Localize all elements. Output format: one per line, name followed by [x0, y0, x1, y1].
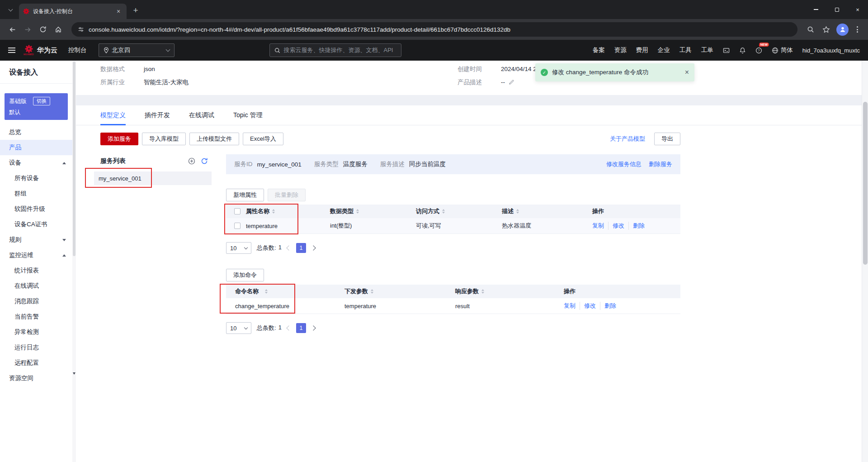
- sidebar-item-all-devices[interactable]: 所有设备: [0, 171, 72, 186]
- modify-service-link[interactable]: 修改服务信息: [606, 160, 642, 168]
- modify-command-link[interactable]: 修改: [580, 302, 596, 310]
- sidebar-item-reports[interactable]: 统计报表: [0, 263, 72, 278]
- tab-topic-management[interactable]: Topic 管理: [233, 105, 263, 125]
- sidebar-group-rules[interactable]: 规则: [0, 232, 72, 248]
- page-number[interactable]: 1: [296, 323, 306, 333]
- page-number[interactable]: 1: [296, 243, 306, 253]
- tab-search-button[interactable]: [5, 4, 16, 16]
- tab-model-definition[interactable]: 模型定义: [100, 105, 126, 125]
- menu-item-tools[interactable]: 工具: [679, 46, 692, 54]
- close-tab-icon[interactable]: ×: [114, 7, 123, 15]
- maximize-button[interactable]: [826, 0, 847, 19]
- copy-property-link[interactable]: 复制: [592, 222, 604, 230]
- address-bar[interactable]: console.huaweicloud.com/iotdm/?region=cn…: [71, 22, 797, 37]
- refresh-button[interactable]: [36, 23, 50, 36]
- tab-plugin-development[interactable]: 插件开发: [145, 105, 170, 125]
- bookmark-star-icon[interactable]: [819, 23, 833, 36]
- browser-menu-icon[interactable]: [852, 26, 863, 33]
- menu-item-enterprise[interactable]: 企业: [658, 46, 670, 54]
- upload-model-file-button[interactable]: 上传模型文件: [189, 133, 239, 145]
- language-switcher[interactable]: 简体: [772, 46, 793, 54]
- delete-command-link[interactable]: 删除: [600, 302, 616, 310]
- copy-command-link[interactable]: 复制: [564, 302, 576, 310]
- switch-edition-button[interactable]: 切换: [33, 97, 50, 105]
- sidebar-item-firmware-upgrade[interactable]: 软固件升级: [0, 201, 72, 217]
- sort-icon[interactable]: [272, 209, 275, 214]
- console-link[interactable]: 控制台: [68, 46, 87, 54]
- sidebar-item-message-trace[interactable]: 消息跟踪: [0, 294, 72, 309]
- sidebar-item-remote-config[interactable]: 远程配置: [0, 355, 72, 371]
- huawei-cloud-logo[interactable]: HUAWEI 华为云: [24, 45, 57, 56]
- import-library-model-button[interactable]: 导入库模型: [142, 133, 186, 145]
- add-service-button[interactable]: 添加服务: [100, 133, 138, 145]
- prev-page-icon[interactable]: [286, 245, 291, 250]
- menu-item-billing[interactable]: 费用: [636, 46, 648, 54]
- zoom-icon[interactable]: [804, 23, 817, 36]
- menu-item-beian[interactable]: 备案: [593, 46, 605, 54]
- modify-property-link[interactable]: 修改: [608, 222, 624, 230]
- home-button[interactable]: [52, 23, 65, 36]
- row-checkbox[interactable]: [234, 223, 241, 229]
- sidebar-item-device-ca[interactable]: 设备CA证书: [0, 217, 72, 232]
- service-list-item[interactable]: my_service_001: [94, 171, 212, 185]
- scroll-down-button[interactable]: [72, 370, 76, 376]
- close-toast-icon[interactable]: ×: [685, 68, 689, 76]
- select-all-checkbox[interactable]: [234, 208, 241, 214]
- profile-avatar[interactable]: [836, 24, 849, 36]
- tab-online-debug[interactable]: 在线调试: [189, 105, 214, 125]
- sort-icon[interactable]: [442, 209, 445, 214]
- cloud-search-box[interactable]: 搜索云服务、快捷操作、资源、文档、API: [269, 43, 401, 57]
- url-text[interactable]: console.huaweicloud.com/iotdm/?region=cn…: [89, 26, 510, 33]
- bell-icon[interactable]: [739, 47, 746, 54]
- next-page-icon[interactable]: [311, 325, 316, 330]
- prev-page-icon[interactable]: [286, 325, 291, 330]
- about-product-model-link[interactable]: 关于产品模型: [610, 135, 645, 143]
- delete-service-link[interactable]: 删除服务: [649, 160, 672, 168]
- sidebar-item-resource-space[interactable]: 资源空间: [0, 371, 72, 386]
- close-window-button[interactable]: ×: [847, 0, 868, 19]
- excel-import-button[interactable]: Excel导入: [243, 133, 283, 145]
- sort-icon[interactable]: [481, 289, 484, 294]
- page-size-select[interactable]: 10: [226, 322, 251, 334]
- sidebar-group-devices[interactable]: 设备: [0, 155, 72, 171]
- hamburger-menu-icon[interactable]: [8, 48, 15, 53]
- next-page-icon[interactable]: [311, 245, 316, 250]
- help-icon[interactable]: ? NEW: [755, 47, 762, 54]
- menu-item-tickets[interactable]: 工单: [701, 46, 713, 54]
- delete-property-link[interactable]: 删除: [628, 222, 645, 230]
- sidebar-item-anomaly-detection[interactable]: 异常检测: [0, 324, 72, 340]
- region-selector[interactable]: 北京四: [99, 43, 175, 57]
- new-tab-button[interactable]: +: [129, 4, 142, 17]
- sidebar-scrollbar[interactable]: [72, 61, 76, 462]
- back-button[interactable]: [5, 23, 19, 36]
- export-button[interactable]: 导出: [654, 133, 680, 145]
- site-settings-icon[interactable]: [78, 26, 84, 33]
- sort-icon[interactable]: [356, 209, 359, 214]
- scrollbar-thumb[interactable]: [863, 102, 868, 265]
- account-name[interactable]: hid_7oa3uuxfq_muxtc: [802, 47, 860, 54]
- forward-button[interactable]: [21, 23, 34, 36]
- sidebar-item-groups[interactable]: 群组: [0, 186, 72, 201]
- menu-item-resources[interactable]: 资源: [614, 46, 627, 54]
- sidebar-item-run-logs[interactable]: 运行日志: [0, 340, 72, 355]
- sort-icon[interactable]: [265, 289, 268, 294]
- scrollbar-thumb[interactable]: [73, 62, 75, 256]
- sidebar-item-products[interactable]: 产品: [0, 140, 72, 155]
- page-size-select[interactable]: 10: [226, 242, 251, 254]
- browser-tab[interactable]: 设备接入-控制台 ×: [19, 4, 127, 19]
- cloud-shell-icon[interactable]: [723, 47, 730, 54]
- sidebar-item-overview[interactable]: 总览: [0, 124, 72, 140]
- add-property-button[interactable]: 新增属性: [226, 189, 264, 201]
- sidebar-item-online-debug[interactable]: 在线调试: [0, 278, 72, 294]
- sort-icon[interactable]: [371, 289, 373, 294]
- sidebar-group-monitoring[interactable]: 监控运维: [0, 248, 72, 263]
- add-service-icon[interactable]: [188, 157, 195, 165]
- minimize-button[interactable]: [806, 0, 826, 19]
- add-command-button[interactable]: 添加命令: [226, 269, 264, 281]
- edit-icon[interactable]: [509, 79, 514, 85]
- sort-icon[interactable]: [516, 209, 519, 214]
- refresh-service-list-icon[interactable]: [201, 157, 208, 165]
- page-scrollbar[interactable]: [862, 61, 868, 462]
- sidebar-item-current-alarms[interactable]: 当前告警: [0, 309, 72, 324]
- toast-message: 修改 change_temperature 命令成功: [552, 68, 648, 76]
